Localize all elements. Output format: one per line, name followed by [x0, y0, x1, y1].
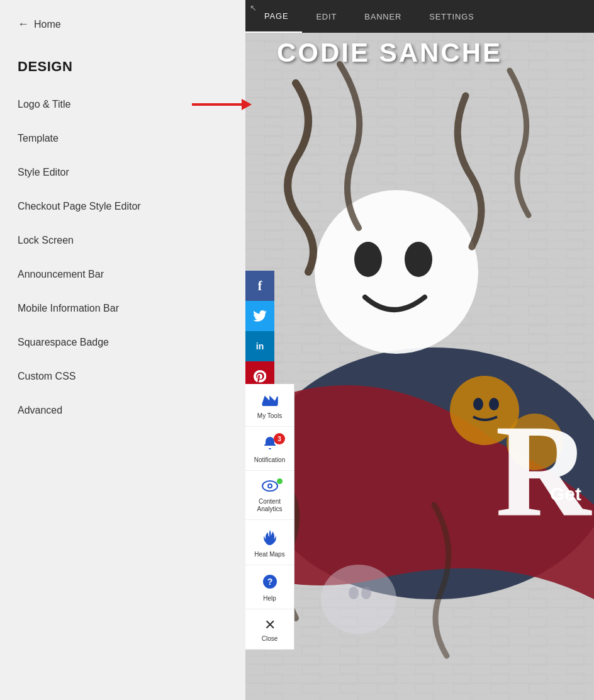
twitter-icon — [253, 310, 267, 322]
sidebar-item-checkout-page-style-editor[interactable]: Checkout Page Style Editor — [0, 189, 245, 223]
sidebar-item-label: Template — [18, 133, 59, 144]
sidebar-item-advanced[interactable]: Advanced — [0, 393, 245, 427]
eye-icon — [262, 480, 278, 495]
facebook-icon: f — [258, 279, 262, 293]
nav-item-edit[interactable]: EDIT — [302, 0, 350, 33]
sidebar: ← Home DESIGN Logo & Title Template Styl… — [0, 0, 245, 700]
arrow-annotation — [192, 99, 252, 110]
sidebar-item-announcement-bar[interactable]: Announcement Bar — [0, 257, 245, 291]
help-button[interactable]: ? Help — [245, 565, 294, 609]
pinterest-icon — [254, 370, 266, 383]
nav-item-banner[interactable]: BANNER — [350, 0, 415, 33]
sidebar-item-label: Lock Screen — [18, 235, 74, 246]
sidebar-item-label: Mobile Information Bar — [18, 303, 119, 314]
notification-button[interactable]: 3 Notification — [245, 427, 294, 471]
sidebar-item-template[interactable]: Template — [0, 121, 245, 155]
sidebar-item-custom-css[interactable]: Custom CSS — [0, 359, 245, 393]
close-button[interactable]: ✕ Close — [245, 609, 294, 650]
nav-label: BANNER — [364, 12, 401, 21]
linkedin-button[interactable]: in — [245, 331, 274, 361]
site-title: CODIE SANCHE — [277, 38, 594, 68]
linkedin-icon: in — [256, 341, 264, 351]
close-label: Close — [262, 635, 278, 643]
svg-point-5 — [405, 242, 432, 277]
svg-rect-16 — [262, 404, 277, 406]
svg-point-3 — [315, 190, 478, 354]
close-icon: ✕ — [264, 618, 276, 632]
home-label: Home — [34, 19, 61, 30]
sidebar-item-label: Squarespace Badge — [18, 337, 109, 348]
nav-label: SETTINGS — [429, 12, 474, 21]
top-nav: ↖ Page EDIT BANNER SETTINGS — [245, 0, 594, 33]
nav-item-settings[interactable]: SETTINGS — [415, 0, 488, 33]
analytics-dot — [277, 478, 283, 484]
corner-resize-icon: ↖ — [247, 1, 259, 14]
content-analytics-button[interactable]: Content Analytics — [245, 471, 294, 520]
svg-point-8 — [473, 398, 483, 410]
home-button[interactable]: ← Home — [0, 0, 245, 43]
svg-point-12 — [361, 587, 371, 599]
help-label: Help — [263, 595, 276, 602]
svg-point-4 — [354, 242, 382, 277]
sidebar-item-label: Custom CSS — [18, 371, 76, 382]
nav-label: Page — [264, 11, 288, 21]
sidebar-item-label: Advanced — [18, 405, 62, 416]
page-preview: CODIE SANCHE R Get f in — [245, 0, 594, 700]
notification-badge: 3 — [274, 433, 285, 444]
background-canvas — [245, 33, 594, 700]
crown-icon — [262, 393, 278, 409]
svg-marker-15 — [262, 397, 277, 404]
sidebar-item-label: Logo & Title — [18, 99, 71, 110]
sidebar-item-label: Announcement Bar — [18, 269, 104, 280]
content-area: ↖ Page EDIT BANNER SETTINGS — [245, 0, 594, 700]
heat-maps-button[interactable]: Heat Maps — [245, 520, 294, 565]
sidebar-item-squarespace-badge[interactable]: Squarespace Badge — [0, 325, 245, 359]
sidebar-item-logo-title[interactable]: Logo & Title — [0, 88, 245, 121]
back-arrow-icon: ← — [18, 18, 29, 31]
sidebar-item-style-editor[interactable]: Style Editor — [0, 155, 245, 189]
flame-icon — [263, 529, 277, 548]
sidebar-nav: Logo & Title Template Style Editor Check… — [0, 88, 245, 700]
my-tools-button[interactable]: My Tools — [245, 384, 294, 427]
sidebar-item-lock-screen[interactable]: Lock Screen — [0, 223, 245, 257]
content-analytics-label: Content Analytics — [250, 498, 289, 513]
sidebar-item-label: Style Editor — [18, 167, 69, 178]
notification-label: Notification — [254, 456, 285, 464]
nav-label: EDIT — [316, 12, 337, 21]
svg-point-10 — [321, 565, 396, 634]
tools-panel: My Tools 3 Notification — [245, 384, 294, 650]
svg-point-19 — [269, 485, 271, 487]
big-letter-r: R — [495, 404, 591, 536]
twitter-button[interactable] — [245, 301, 274, 331]
get-text: Get — [550, 483, 581, 505]
help-icon: ? — [262, 574, 277, 592]
facebook-button[interactable]: f — [245, 271, 274, 301]
heat-maps-label: Heat Maps — [254, 551, 284, 558]
section-title: DESIGN — [0, 43, 245, 88]
sidebar-item-mobile-information-bar[interactable]: Mobile Information Bar — [0, 291, 245, 325]
svg-point-11 — [349, 587, 359, 599]
sidebar-item-label: Checkout Page Style Editor — [18, 201, 141, 212]
social-sidebar: f in — [245, 271, 274, 392]
svg-text:?: ? — [267, 577, 272, 587]
my-tools-label: My Tools — [257, 412, 282, 420]
